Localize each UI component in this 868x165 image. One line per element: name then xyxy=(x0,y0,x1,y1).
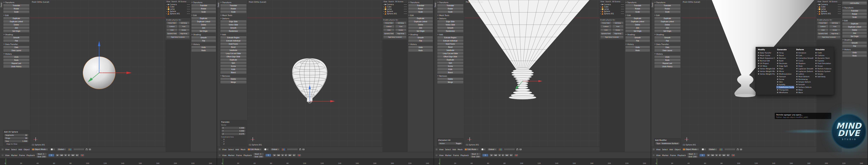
frame-range-field[interactable]: End: 250 xyxy=(687,155,698,158)
expand-triangle-icon[interactable]: ▸ xyxy=(600,6,601,8)
tool-button[interactable]: Scale xyxy=(842,16,867,19)
tool-panel-header[interactable]: ▼ Shading: xyxy=(3,33,30,36)
expand-triangle-icon[interactable]: ▸ xyxy=(817,4,818,5)
modifier-menu-item[interactable]: Boolean xyxy=(776,57,794,59)
playback-button[interactable]: |◀ xyxy=(490,154,493,157)
tool-panel-header[interactable]: ▼ History xyxy=(625,42,650,46)
modifier-menu-item[interactable]: Screw xyxy=(776,78,794,81)
tool-button[interactable]: Delete xyxy=(625,23,650,26)
tool-button[interactable]: Randomize xyxy=(220,30,247,33)
timeline-menu[interactable]: View xyxy=(656,154,661,156)
tool-button[interactable]: Rotate xyxy=(437,7,464,10)
render-icon[interactable] xyxy=(520,149,522,150)
tool-panel-header[interactable]: ▼ Remove: xyxy=(437,74,464,77)
modifier-menu-item[interactable]: Smoke xyxy=(815,73,833,75)
viewport-menu[interactable]: Mesh xyxy=(458,149,463,151)
timeline-menu[interactable]: Playback xyxy=(461,154,469,156)
modifier-menu-item[interactable]: Remesh xyxy=(776,75,794,78)
tool-button[interactable]: Extrude Region xyxy=(437,36,464,39)
tool-button[interactable]: Translate xyxy=(3,4,30,7)
tool-panel-header[interactable]: ▼ Shading: xyxy=(842,38,867,41)
redo-panel-title[interactable]: (De)select All xyxy=(438,139,463,142)
physics-button[interactable]: Dynamic Paint xyxy=(383,32,395,35)
mode-selector[interactable]: Edit Mode ▾ xyxy=(464,148,479,151)
physics-button[interactable]: Cloth xyxy=(383,29,395,32)
viewport-shading-selector[interactable]: ▾ xyxy=(50,148,56,151)
modifier-menu-item[interactable]: Collision xyxy=(815,54,833,57)
tool-panel-header[interactable]: ▼ Transform xyxy=(408,1,433,4)
physics-button[interactable]: Dynamic Paint xyxy=(166,32,178,35)
tool-button[interactable]: Screw xyxy=(437,65,464,68)
modifier-menu-item[interactable]: Solidify xyxy=(776,83,794,86)
physics-button[interactable]: Rigid Body xyxy=(829,32,840,35)
physics-button[interactable]: Smoke xyxy=(612,29,623,32)
tool-button[interactable]: Loop Cut and Slide xyxy=(220,52,247,55)
tool-button[interactable]: Extrude Individual xyxy=(437,39,464,42)
tool-button[interactable]: Undo xyxy=(842,51,867,54)
tool-button[interactable]: Rotate xyxy=(842,12,867,15)
viewport-shading-selector[interactable]: ▾ xyxy=(480,148,486,151)
number-field[interactable]: Segments 32 xyxy=(4,134,29,136)
physics-button[interactable]: Collision xyxy=(166,25,178,28)
viewport-menu[interactable]: Select xyxy=(228,149,234,151)
tool-button[interactable]: Bevel xyxy=(220,46,247,49)
tool-button[interactable]: Join xyxy=(408,27,433,30)
playback-button[interactable]: ▶▶ xyxy=(288,154,292,157)
expand-triangle-icon[interactable]: ▸ xyxy=(166,4,167,5)
playback-button[interactable]: ◀◀ xyxy=(276,154,281,157)
physics-button[interactable]: Force Field xyxy=(817,22,829,25)
tool-button[interactable]: Offset Edge Slide xyxy=(220,55,247,58)
layers-grid[interactable] xyxy=(504,149,515,151)
frame-range-field[interactable]: End: 250 xyxy=(36,155,47,158)
tool-button[interactable]: Flat xyxy=(408,39,433,42)
timeline-menu[interactable]: Frame xyxy=(453,154,459,156)
frame-range-field[interactable]: Start: 1 xyxy=(470,153,481,155)
tool-panel-header[interactable]: ▼ Shading: xyxy=(408,33,433,36)
outliner-menu[interactable]: View xyxy=(817,1,821,2)
expand-triangle-icon[interactable]: ▸ xyxy=(600,13,601,14)
tool-button[interactable]: Rotate xyxy=(191,7,216,10)
playback-button[interactable]: ▶| xyxy=(292,154,296,157)
timeline-menu[interactable]: Playback xyxy=(677,154,686,156)
snap-magnet-icon[interactable] xyxy=(86,149,87,150)
outliner-item[interactable]: ▸ Lamp xyxy=(816,8,841,10)
outliner-item[interactable]: ▸ Sphere xyxy=(165,10,190,12)
tool-button[interactable]: Subdivide xyxy=(220,49,247,52)
timeline-menu[interactable]: View xyxy=(439,154,443,156)
timeline-editor-icon[interactable] xyxy=(652,154,655,156)
physics-button[interactable]: Fluid xyxy=(612,25,623,28)
viewport-menu[interactable]: Select xyxy=(11,149,17,151)
current-frame-marker[interactable] xyxy=(657,159,657,165)
viewport-menu[interactable]: Add xyxy=(453,149,456,151)
checkbox[interactable]: Y xyxy=(221,140,246,143)
outliner-item[interactable]: ▸ Lamp xyxy=(165,8,190,10)
tool-button[interactable]: Undo History xyxy=(3,65,30,68)
physics-button[interactable]: Collision xyxy=(383,25,395,28)
outliner-item[interactable]: ▸ Sphere xyxy=(816,10,841,12)
tool-button[interactable]: Smooth xyxy=(437,27,464,30)
tool-button[interactable]: Duplicate xyxy=(3,17,30,20)
record-button[interactable]: ● xyxy=(81,154,84,157)
tool-button[interactable]: Duplicate Linked xyxy=(3,20,30,23)
playback-button[interactable]: ◀ xyxy=(281,154,284,157)
tool-panel-header[interactable]: ▼ Edit xyxy=(654,13,681,17)
checkbox[interactable]: X xyxy=(221,138,246,140)
expand-triangle-icon[interactable]: ▸ xyxy=(600,10,601,12)
redo-panel-title[interactable]: Add Modifier xyxy=(655,139,680,142)
timeline-ruler[interactable]: 020406080100120140160180200220240 xyxy=(0,158,217,165)
tool-button[interactable]: Delete xyxy=(408,23,433,26)
modifier-menu-item[interactable]: Edge Split xyxy=(776,65,794,67)
tool-button[interactable]: Delete xyxy=(3,23,30,26)
tool-button[interactable]: Screw xyxy=(220,65,247,68)
tool-shelf-tab[interactable]: Tools xyxy=(0,1,3,8)
viewport-menu[interactable]: Mesh xyxy=(241,149,246,151)
tool-button[interactable]: Smooth xyxy=(191,36,216,39)
outliner-item[interactable]: ▸ Cube xyxy=(165,6,190,8)
current-frame-field[interactable]: 1 xyxy=(49,154,54,157)
layers-grid[interactable] xyxy=(724,149,736,151)
tool-panel-header[interactable]: ▼ Data Transfer: xyxy=(654,42,681,46)
tool-button[interactable]: Duplicate xyxy=(654,17,681,20)
transform-orientation-selector[interactable]: Global ▾ xyxy=(57,148,66,151)
tool-button[interactable]: Smooth xyxy=(220,27,247,30)
tool-button[interactable]: Undo xyxy=(654,55,681,58)
